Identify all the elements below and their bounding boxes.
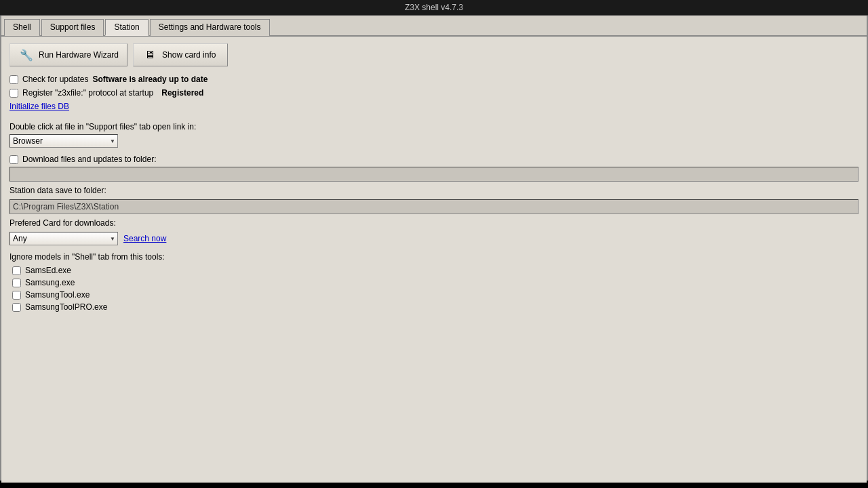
tab-support-files[interactable]: Support files	[41, 19, 104, 36]
show-card-info-label: Show card info	[162, 50, 216, 60]
samsungtoolpro-checkbox[interactable]	[12, 303, 21, 312]
tab-station[interactable]: Station	[105, 19, 148, 36]
samsungtool-label[interactable]: SamsungTool.exe	[25, 290, 90, 300]
card-info-icon: 🖥	[142, 47, 158, 63]
show-card-info-button[interactable]: 🖥 Show card info	[133, 43, 228, 66]
tab-bar: Shell Support files Station Settings and…	[1, 16, 867, 37]
check-updates-row: Check for updates Software is already up…	[9, 75, 859, 84]
samsung-checkbox[interactable]	[12, 279, 21, 287]
title-bar: Z3X shell v4.7.3	[0, 0, 868, 16]
initialize-files-db-link[interactable]: Initialize files DB	[9, 102, 69, 111]
register-protocol-checkbox[interactable]	[9, 89, 18, 98]
double-click-label: Double click at file in "Support files" …	[9, 122, 859, 131]
software-status-text: Software is already up to date	[92, 75, 208, 84]
ignore-item-samsungtoolpro: SamsungToolPRO.exe	[12, 302, 859, 312]
sampsed-checkbox[interactable]	[12, 266, 21, 275]
toolbar-buttons: 🔧 Run Hardware Wizard 🖥 Show card info	[9, 43, 859, 66]
check-updates-checkbox[interactable]	[9, 75, 18, 84]
tab-shell[interactable]: Shell	[4, 19, 40, 36]
card-select[interactable]: Any	[9, 232, 118, 245]
app-title: Z3X shell v4.7.3	[405, 3, 463, 12]
browser-select-wrapper: Browser Explorer Firefox Chrome	[9, 134, 118, 148]
card-select-wrapper: Any	[9, 232, 118, 245]
download-files-row: Download files and updates to folder:	[9, 155, 859, 164]
tab-settings-hardware[interactable]: Settings and Hardware tools	[150, 19, 270, 36]
station-folder-input[interactable]	[9, 199, 859, 214]
station-save-label: Station data save to folder:	[9, 186, 859, 195]
station-folder-row	[9, 199, 859, 214]
preferred-card-row: Any Search now	[9, 232, 859, 245]
main-window: Shell Support files Station Settings and…	[0, 16, 868, 481]
register-status-text: Registered	[161, 88, 203, 98]
ignore-models-label: Ignore models in "Shell" tab from this t…	[9, 252, 859, 262]
download-files-label[interactable]: Download files and updates to folder:	[22, 155, 156, 164]
samsung-label[interactable]: Samsung.exe	[25, 278, 75, 287]
content-area: 🔧 Run Hardware Wizard 🖥 Show card info C…	[1, 37, 867, 483]
samsungtool-checkbox[interactable]	[12, 291, 21, 300]
ignore-item-sampsed: SamsEd.exe	[12, 266, 859, 275]
register-protocol-label[interactable]: Register "z3xfile:" protocol at startup	[22, 88, 153, 98]
download-folder-row	[9, 167, 859, 182]
download-files-checkbox[interactable]	[9, 155, 18, 164]
download-folder-input[interactable]	[9, 167, 859, 182]
ignore-section: Ignore models in "Shell" tab from this t…	[9, 252, 859, 312]
hardware-wizard-icon: 🔧	[18, 47, 35, 63]
ignore-item-samsung: Samsung.exe	[12, 278, 859, 287]
samsungtoolpro-label[interactable]: SamsungToolPRO.exe	[25, 302, 107, 312]
sampsed-label[interactable]: SamsEd.exe	[25, 266, 71, 275]
browser-select[interactable]: Browser Explorer Firefox Chrome	[9, 134, 118, 148]
ignore-tools-list: SamsEd.exe Samsung.exe SamsungTool.exe S…	[12, 266, 859, 312]
register-protocol-row: Register "z3xfile:" protocol at startup …	[9, 88, 859, 98]
ignore-item-samsungtool: SamsungTool.exe	[12, 290, 859, 300]
run-hardware-wizard-button[interactable]: 🔧 Run Hardware Wizard	[9, 43, 127, 66]
check-updates-label[interactable]: Check for updates	[22, 75, 88, 84]
run-hardware-wizard-label: Run Hardware Wizard	[39, 50, 119, 60]
preferred-card-label: Prefered Card for downloads:	[9, 218, 859, 228]
browser-dropdown-container: Browser Explorer Firefox Chrome	[9, 134, 859, 148]
search-now-link[interactable]: Search now	[123, 234, 166, 243]
